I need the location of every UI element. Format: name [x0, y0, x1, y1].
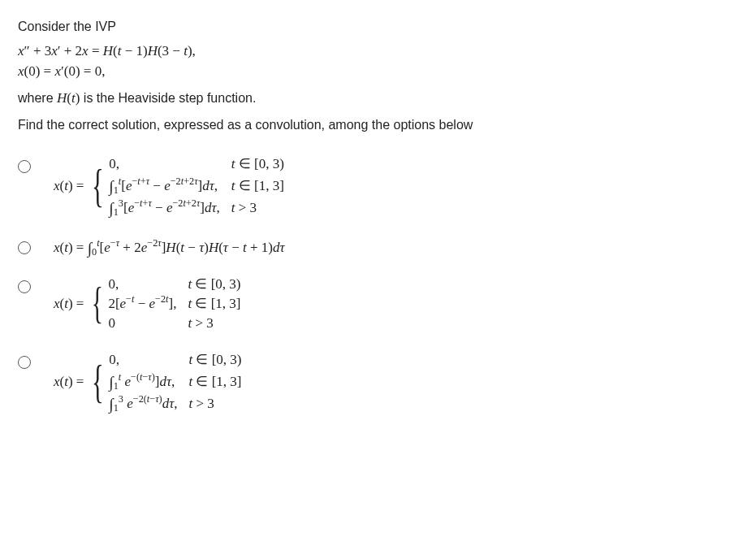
radio-b[interactable]	[18, 241, 31, 254]
option-c-expr: x(t) = { 0, t ∈ [0, 3) 2[e−t − e−2t], t …	[54, 275, 240, 333]
options-group: x(t) = { 0, t ∈ [0, 3) ∫1t[e−t+τ − e−2t+…	[18, 155, 738, 414]
radio-d[interactable]	[18, 356, 31, 369]
option-b[interactable]: x(t) = ∫0t[e−τ + 2e−2τ]H(t − τ)H(τ − t +…	[18, 236, 738, 258]
radio-a[interactable]	[18, 160, 31, 173]
option-a-expr: x(t) = { 0, t ∈ [0, 3) ∫1t[e−t+τ − e−2t+…	[54, 155, 284, 219]
heaviside-pre: where	[18, 91, 57, 105]
option-d[interactable]: x(t) = { 0, t ∈ [0, 3) ∫1t e−(t−τ)]dτ, t…	[18, 351, 738, 414]
ode-line-1: x″ + 3x′ + 2x = H(t − 1)H(3 − t),	[18, 42, 738, 61]
option-d-expr: x(t) = { 0, t ∈ [0, 3) ∫1t e−(t−τ)]dτ, t…	[54, 351, 242, 414]
heaviside-note: where H(t) is the Heaviside step functio…	[18, 89, 738, 108]
ode-equations: x″ + 3x′ + 2x = H(t − 1)H(3 − t), x(0) =…	[18, 42, 738, 81]
heaviside-post: is the Heaviside step function.	[80, 91, 256, 105]
option-b-expr: x(t) = ∫0t[e−τ + 2e−2τ]H(t − τ)H(τ − t +…	[54, 236, 285, 258]
ode-line-2: x(0) = x′(0) = 0,	[18, 63, 738, 81]
intro-text: Consider the IVP	[18, 20, 738, 34]
option-c[interactable]: x(t) = { 0, t ∈ [0, 3) 2[e−t − e−2t], t …	[18, 275, 738, 333]
prompt-text: Find the correct solution, expressed as …	[18, 118, 738, 132]
radio-c[interactable]	[18, 280, 31, 293]
option-a[interactable]: x(t) = { 0, t ∈ [0, 3) ∫1t[e−t+τ − e−2t+…	[18, 155, 738, 219]
